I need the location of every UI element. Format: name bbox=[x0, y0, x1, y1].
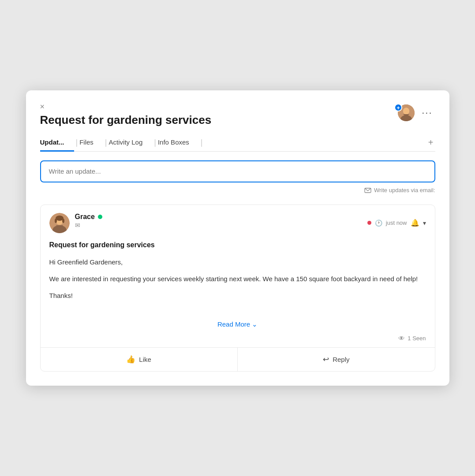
update-subject: Request for gardening services bbox=[49, 241, 426, 249]
bell-button[interactable]: 🔔 bbox=[411, 219, 419, 227]
svg-point-10 bbox=[62, 219, 64, 223]
tab-sep-4: | bbox=[201, 138, 203, 147]
tab-files[interactable]: Files bbox=[79, 134, 103, 152]
user-avatar bbox=[49, 213, 70, 233]
update-card-header: Grace ✉ 🕐 just now 🔔 ▾ bbox=[41, 205, 435, 237]
reply-button[interactable]: ↩ Reply bbox=[238, 348, 434, 371]
user-name-row: Grace bbox=[75, 213, 102, 221]
reply-label: Reply bbox=[333, 356, 349, 363]
update-body-text: Hi Greenfield Gardeners, We are interest… bbox=[49, 257, 426, 301]
like-button[interactable]: 👍 Like bbox=[41, 348, 237, 371]
online-status-dot bbox=[98, 215, 102, 219]
unread-dot bbox=[367, 221, 371, 225]
tab-sep-2: | bbox=[105, 138, 107, 147]
header-actions: + ··· bbox=[398, 104, 435, 121]
email-icon bbox=[364, 187, 371, 194]
tab-updates[interactable]: Updat... bbox=[40, 134, 74, 152]
update-input[interactable] bbox=[49, 167, 426, 175]
tab-sep-3: | bbox=[154, 138, 156, 147]
svg-point-9 bbox=[55, 219, 57, 223]
seen-count: 1 Seen bbox=[408, 335, 426, 342]
tab-sep-1: | bbox=[76, 138, 78, 147]
clock-icon: 🕐 bbox=[375, 219, 382, 227]
modal-header: × Request for gardening services + ··· bbox=[40, 103, 435, 127]
modal-title: Request for gardening services bbox=[40, 113, 212, 127]
read-more-button[interactable]: Read More ⌄ bbox=[217, 320, 258, 328]
add-tab-button[interactable]: + bbox=[426, 138, 435, 148]
update-time: just now bbox=[386, 219, 407, 226]
body-main: We are interested in requesting your ser… bbox=[49, 274, 426, 284]
read-more-row: Read More ⌄ bbox=[41, 314, 435, 333]
update-card-body: Request for gardening services Hi Greenf… bbox=[41, 241, 435, 314]
update-card: Grace ✉ 🕐 just now 🔔 ▾ Request for garde… bbox=[40, 205, 435, 372]
body-closing: Thanks! bbox=[49, 290, 426, 301]
user-info: Grace ✉ bbox=[49, 213, 102, 233]
chevron-down-icon: ⌄ bbox=[252, 320, 258, 328]
reply-icon: ↩ bbox=[323, 355, 329, 364]
eye-icon: 👁 bbox=[398, 335, 405, 342]
email-hint: Write updates via email: bbox=[40, 187, 435, 194]
seen-row: 👁 1 Seen bbox=[41, 333, 435, 347]
user-email-icon: ✉ bbox=[75, 222, 102, 229]
close-button[interactable]: × bbox=[40, 103, 212, 111]
update-meta: 🕐 just now 🔔 ▾ bbox=[367, 219, 426, 227]
svg-point-3 bbox=[403, 108, 409, 115]
user-name: Grace bbox=[75, 213, 95, 221]
like-label: Like bbox=[139, 356, 151, 363]
read-more-label: Read More bbox=[217, 320, 250, 328]
user-meta: Grace ✉ bbox=[75, 213, 102, 229]
modal-title-area: × Request for gardening services bbox=[40, 103, 212, 127]
update-input-wrapper bbox=[40, 160, 435, 182]
tab-info-boxes[interactable]: Info Boxes bbox=[158, 134, 199, 152]
tab-activity-log[interactable]: Activity Log bbox=[109, 134, 153, 152]
avatar-add-area: + bbox=[398, 104, 415, 121]
email-hint-text: Write updates via email: bbox=[374, 187, 435, 193]
tabs-bar: Updat... | Files | Activity Log | Info B… bbox=[40, 134, 435, 152]
card-actions: 👍 Like ↩ Reply bbox=[41, 347, 435, 371]
chevron-down-button[interactable]: ▾ bbox=[423, 219, 426, 227]
body-greeting: Hi Greenfield Gardeners, bbox=[49, 257, 426, 268]
modal-container: × Request for gardening services + ··· bbox=[26, 90, 449, 386]
more-options-button[interactable]: ··· bbox=[419, 106, 435, 119]
thumbs-up-icon: 👍 bbox=[126, 355, 135, 364]
